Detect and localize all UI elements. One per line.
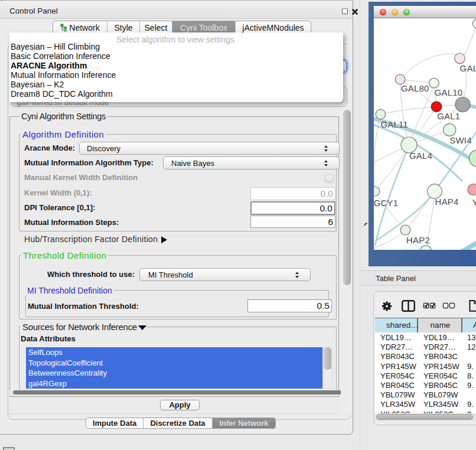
svg-text:Y: Y: [472, 197, 476, 207]
svg-text:GAL11: GAL11: [381, 119, 409, 129]
svg-text:GCY1: GCY1: [374, 198, 398, 208]
svg-text:GAL1: GAL1: [437, 111, 460, 121]
svg-text:GAL10: GAL10: [435, 87, 463, 97]
svg-text:GAL: GAL: [460, 63, 476, 73]
svg-text:SWI4: SWI4: [449, 135, 471, 145]
svg-text:GAL80: GAL80: [401, 83, 429, 93]
svg-text:GAL4: GAL4: [409, 151, 432, 161]
svg-text:HAP2: HAP2: [406, 235, 430, 245]
svg-text:HAP4: HAP4: [435, 197, 459, 207]
